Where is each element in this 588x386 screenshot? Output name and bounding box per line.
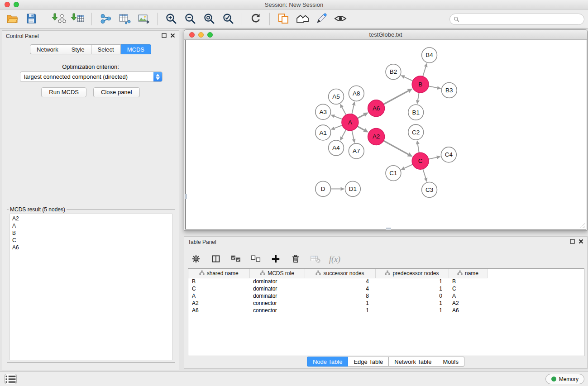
graph-node-A6[interactable]: A6 [368,100,385,117]
graph-node-A3[interactable]: A3 [316,104,331,119]
function-builder-button[interactable]: f(x) [329,253,340,266]
table-row[interactable]: Adominator80A [188,292,487,300]
graph-node-A8[interactable]: A8 [349,86,364,101]
close-panel-button[interactable]: Close panel [93,87,140,97]
graph-node-A4[interactable]: A4 [329,140,344,156]
task-history-button[interactable] [5,374,17,384]
graph-edge-A6-B[interactable] [383,89,412,105]
search-input[interactable] [462,16,580,23]
graph-node-D1[interactable]: D1 [345,181,360,197]
graph-node-A2[interactable]: A2 [368,129,385,145]
mcds-result-item[interactable]: A [10,222,172,229]
zoom-window-button[interactable] [14,2,19,7]
float-table-panel-icon[interactable] [570,239,575,244]
graph-node-B2[interactable]: B2 [386,64,401,80]
run-mcds-button[interactable]: Run MCDS [41,87,86,97]
graph-edge-A-A2[interactable] [357,126,368,133]
graph-node-C1[interactable]: C1 [386,166,401,181]
graph-node-B4[interactable]: B4 [422,48,437,63]
import-table-button[interactable] [68,11,87,27]
column-layout-button[interactable] [210,253,222,266]
graph-edge-A-A6[interactable] [358,112,368,118]
horizontal-pan-indicator[interactable] [386,228,391,229]
float-panel-icon[interactable] [162,33,167,38]
import-network-button[interactable] [49,11,68,27]
style-button[interactable] [312,11,331,27]
new-network-button[interactable] [96,11,115,27]
graph-edge-A-A7[interactable] [352,130,355,143]
zoom-in-button[interactable] [162,11,181,27]
delete-row-button[interactable] [289,253,302,266]
table-row[interactable]: Cdominator41C [188,285,487,292]
graph-edge-A-A5[interactable] [340,104,346,115]
home-button[interactable] [293,11,312,27]
tab-select[interactable]: Select [91,44,121,54]
resize-grip-icon[interactable] [579,223,585,229]
graph-edge-C-C2[interactable] [416,140,420,153]
save-button[interactable] [22,11,41,27]
tab-node-table[interactable]: Node Table [307,357,349,367]
table-row[interactable]: Bdominator41B [188,278,487,285]
graph-edge-A-A8[interactable] [352,101,355,114]
main-titlebar[interactable]: Session: New Session [0,0,588,10]
graph-edge-C-C1[interactable] [401,164,413,170]
tab-edge-table[interactable]: Edge Table [348,357,389,367]
close-table-panel-icon[interactable] [578,239,583,244]
mcds-result-item[interactable]: B [10,229,172,237]
select-all-button[interactable] [229,253,242,266]
graph-edge-A-A1[interactable] [330,125,342,130]
zoom-fit-button[interactable] [200,11,219,27]
graph-node-D[interactable]: D [316,181,331,197]
column-header-MCDS-role[interactable]: MCDS role [249,269,305,278]
graph-node-A5[interactable]: A5 [329,89,344,104]
graph-node-C2[interactable]: C2 [408,124,424,140]
optimization-criterion-select[interactable]: largest connected component (directed) [20,71,163,82]
graph-edge-B-B4[interactable] [423,63,427,76]
refresh-button[interactable] [246,11,265,27]
graph-node-C[interactable]: C [412,152,429,169]
graph-edge-C-C4[interactable] [429,156,441,159]
graph-node-A[interactable]: A [342,114,359,131]
graph-node-A1[interactable]: A1 [316,125,331,140]
memory-button[interactable]: Memory [545,374,584,384]
mcds-result-item[interactable]: C [10,237,172,244]
column-header-predecessor-nodes[interactable]: predecessor nodes [375,269,449,278]
graph-node-A7[interactable]: A7 [349,143,364,159]
graph-node-B[interactable]: B [412,76,429,93]
graph-node-B3[interactable]: B3 [441,83,457,98]
tab-network[interactable]: Network [30,44,65,54]
column-header-shared-name[interactable]: shared name [188,269,249,278]
table-row[interactable]: A6connector11A6 [188,307,487,314]
graph-edge-D-D1[interactable] [331,187,345,191]
tab-network-table[interactable]: Network Table [389,357,437,367]
table-row[interactable]: A2connector11A2 [188,300,487,307]
graph-edge-C-C3[interactable] [423,169,427,182]
graph-edge-A2-C[interactable] [383,141,412,157]
column-header-name[interactable]: name [449,269,487,278]
network-canvas[interactable]: B4B2BB3A5A8A6B1A3AC2A1A2A4A7C4CC1C3DD1 [186,40,586,229]
graph-node-B1[interactable]: B1 [408,105,424,120]
mcds-result-item[interactable]: A2 [10,215,172,222]
column-header-successor-nodes[interactable]: successor nodes [305,269,375,278]
zoom-selected-button[interactable] [219,11,238,27]
graph-edge-A-A4[interactable] [340,129,346,141]
graph-edge-A-A3[interactable] [330,114,342,119]
mcds-result-item[interactable]: A6 [10,244,172,251]
network-and-table-button[interactable] [115,11,134,27]
zoom-out-button[interactable] [181,11,200,27]
graph-edge-B-B3[interactable] [429,86,441,90]
graph-edge-B-B1[interactable] [416,93,420,105]
tab-style[interactable]: Style [65,44,91,54]
tab-mcds[interactable]: MCDS [121,44,151,54]
settings-gear-button[interactable] [190,253,202,266]
show-graphics-button[interactable] [331,11,350,27]
graph-node-C3[interactable]: C3 [422,182,437,197]
graph-edge-B-B2[interactable] [401,75,413,81]
graph-node-C4[interactable]: C4 [441,147,456,162]
unselect-all-button[interactable] [249,253,262,266]
network-canvas-area[interactable]: B4B2BB3A5A8A6B1A3AC2A1A2A4A7C4CC1C3DD1 [185,40,586,229]
network-window-titlebar[interactable]: testGlobe.txt [184,30,587,40]
open-folder-button[interactable] [3,11,22,27]
network-image-export-button[interactable] [134,11,153,27]
tab-motifs[interactable]: Motifs [437,357,464,367]
